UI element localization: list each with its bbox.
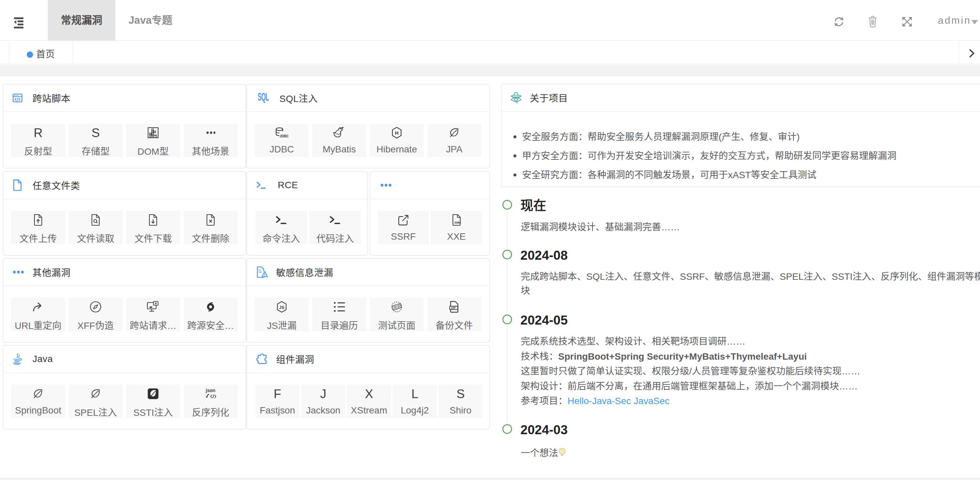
svg-text:XML: XML [454, 221, 461, 224]
svg-text:H: H [395, 130, 399, 136]
svg-text:JDBC: JDBC [280, 134, 289, 138]
svg-text:json: json [205, 388, 216, 393]
svg-text:JS: JS [279, 305, 285, 310]
svg-text:ZIP: ZIP [451, 306, 456, 310]
svg-text:DOM: DOM [150, 135, 156, 138]
